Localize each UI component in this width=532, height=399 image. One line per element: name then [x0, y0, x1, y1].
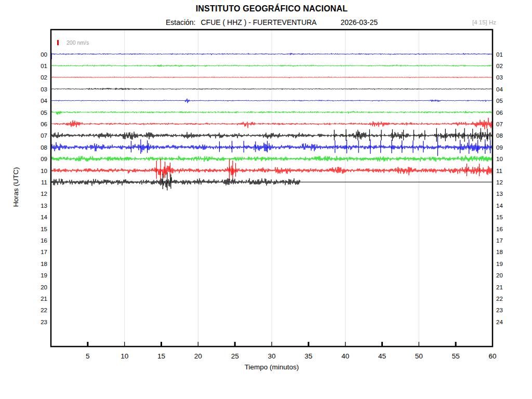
x-tick-label-55: 55 [452, 352, 460, 360]
hour-label-right-02: 02 [496, 63, 503, 69]
x-tick-label-30: 30 [268, 352, 275, 360]
hour-label-left-16: 16 [41, 237, 47, 244]
x-tick-label-45: 45 [378, 352, 386, 360]
hour-label-right-18: 18 [496, 249, 503, 255]
scale-label: 200 nm/s [66, 39, 89, 46]
x-tick-label-20: 20 [194, 352, 202, 360]
hour-label-left-07: 07 [41, 132, 47, 139]
hour-label-right-04: 04 [496, 86, 503, 92]
x-tick-label-25: 25 [231, 352, 239, 360]
hour-label-right-05: 05 [496, 98, 503, 104]
x-tick-label-35: 35 [304, 352, 312, 360]
hour-label-left-22: 22 [41, 307, 47, 313]
hour-label-right-23: 23 [496, 307, 503, 313]
x-tick-label-50: 50 [415, 352, 423, 360]
hour-label-right-16: 16 [496, 226, 503, 232]
helicorder-page: INSTITUTO GEOGRÁFICO NACIONAL Estación:C… [0, 0, 532, 399]
hour-label-left-10: 10 [41, 168, 47, 174]
hour-label-left-13: 13 [41, 203, 47, 209]
hour-label-left-19: 19 [41, 272, 47, 278]
hour-label-left-09: 09 [41, 156, 47, 162]
amplitude-scale: 200 nm/s [57, 39, 89, 46]
x-axis-title: Tiempo (minutos) [51, 363, 493, 371]
y-axis-title: Horas (UTC) [12, 167, 20, 207]
hour-label-left-02: 02 [41, 74, 47, 81]
hour-label-left-20: 20 [41, 284, 47, 290]
hour-label-right-01: 01 [496, 51, 503, 58]
trace-hour-11 [51, 177, 300, 188]
hour-label-left-11: 11 [41, 179, 47, 185]
hour-label-left-12: 12 [41, 191, 47, 197]
hour-label-left-14: 14 [41, 214, 47, 220]
hour-label-right-21: 21 [496, 284, 503, 290]
scale-tick-icon [57, 40, 59, 45]
hour-label-right-12: 12 [496, 179, 503, 185]
hour-label-right-14: 14 [496, 203, 503, 209]
hour-label-right-15: 15 [496, 214, 503, 220]
hour-label-left-04: 04 [41, 98, 47, 104]
hour-label-left-00: 00 [41, 51, 47, 58]
x-tick-label-60: 60 [488, 352, 496, 360]
hour-label-right-06: 06 [496, 110, 503, 116]
hour-label-right-11: 11 [496, 168, 502, 174]
hour-label-left-18: 18 [41, 261, 47, 267]
hour-label-right-22: 22 [496, 296, 503, 302]
hour-label-left-01: 01 [41, 63, 47, 69]
hour-label-left-08: 08 [41, 144, 47, 151]
hour-label-right-17: 17 [496, 237, 503, 244]
x-tick-label-15: 15 [157, 352, 165, 360]
hour-label-right-03: 03 [496, 74, 503, 81]
hour-label-left-21: 21 [41, 296, 47, 302]
helicorder-plot: 5101520253035404550556000010102020303040… [0, 0, 532, 399]
hour-label-right-07: 07 [496, 121, 503, 127]
hour-label-right-09: 09 [496, 144, 503, 151]
hour-label-right-10: 10 [496, 156, 503, 162]
hour-label-left-05: 05 [41, 110, 47, 116]
hour-label-right-20: 20 [496, 272, 503, 278]
hour-label-left-23: 23 [41, 319, 47, 325]
hour-label-right-19: 19 [496, 261, 503, 267]
hour-label-left-17: 17 [41, 249, 47, 255]
x-tick-label-5: 5 [86, 352, 90, 360]
hour-label-left-03: 03 [41, 86, 47, 92]
hour-label-right-24: 24 [496, 319, 503, 325]
hour-label-left-06: 06 [41, 121, 47, 127]
x-tick-label-10: 10 [121, 352, 128, 360]
hour-label-left-15: 15 [41, 226, 47, 232]
hour-label-right-08: 08 [496, 132, 503, 139]
x-tick-label-40: 40 [341, 352, 349, 360]
hour-label-right-13: 13 [496, 191, 503, 197]
